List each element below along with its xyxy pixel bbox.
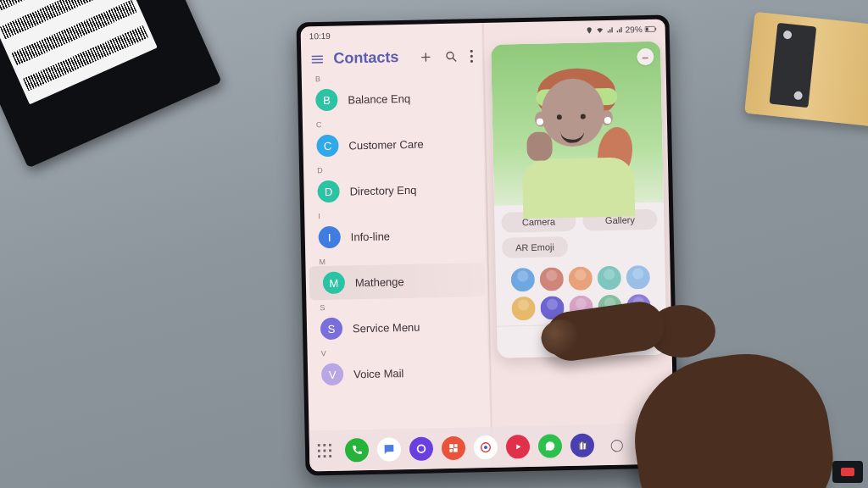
contact-name: Balance Enq bbox=[348, 92, 410, 106]
contact-row[interactable]: CCustomer Care bbox=[303, 125, 486, 163]
avatar-option[interactable] bbox=[626, 294, 651, 319]
location-icon bbox=[586, 26, 593, 34]
news-app-icon[interactable] bbox=[442, 436, 466, 461]
contact-avatar: C bbox=[316, 135, 339, 158]
avatar-option[interactable] bbox=[569, 295, 593, 319]
avatar-option[interactable] bbox=[511, 297, 536, 321]
contact-name: Service Menu bbox=[353, 320, 420, 335]
svg-point-6 bbox=[470, 59, 473, 62]
app-drawer-icon[interactable] bbox=[316, 442, 333, 459]
contact-avatar: M bbox=[323, 272, 346, 295]
contact-name: Info-line bbox=[351, 230, 391, 243]
whatsapp-app-icon[interactable] bbox=[538, 434, 563, 458]
contact-name: Mathenge bbox=[355, 275, 404, 289]
more-icon[interactable] bbox=[470, 49, 473, 63]
svg-point-5 bbox=[470, 54, 473, 57]
product-box-label bbox=[0, 0, 158, 104]
settings-app-icon[interactable] bbox=[474, 435, 498, 460]
avatar-option-grid bbox=[502, 260, 659, 323]
remove-photo-button[interactable]: – bbox=[637, 48, 654, 65]
avatar-option[interactable] bbox=[540, 296, 565, 320]
cancel-button[interactable]: Cancel bbox=[497, 323, 667, 358]
contact-avatar: V bbox=[321, 363, 344, 386]
phone-app-icon[interactable] bbox=[345, 438, 370, 463]
contact-name: Directory Enq bbox=[349, 183, 416, 197]
avatar-option[interactable] bbox=[569, 266, 593, 291]
contact-avatar: D bbox=[317, 180, 340, 203]
home-nav-icon[interactable]: ◯ bbox=[610, 438, 624, 452]
signal-icon bbox=[616, 25, 623, 33]
signal-icon bbox=[607, 25, 614, 33]
channel-badge bbox=[832, 461, 863, 483]
search-icon[interactable] bbox=[444, 49, 458, 63]
battery-percent: 29% bbox=[626, 25, 643, 34]
avatar-option[interactable] bbox=[511, 268, 536, 292]
menu-icon[interactable] bbox=[309, 51, 325, 66]
device-screen: 10:19 29% bbox=[301, 19, 675, 472]
contact-avatar: S bbox=[320, 318, 343, 341]
avatar-option[interactable] bbox=[598, 266, 622, 291]
back-nav-icon[interactable]: 〈 bbox=[646, 436, 658, 452]
contact-row[interactable]: BBalance Enq bbox=[302, 80, 485, 117]
device-frame: 10:19 29% bbox=[296, 14, 678, 475]
wooden-clamp bbox=[744, 12, 868, 127]
battery-icon bbox=[645, 25, 657, 32]
contact-name: Customer Care bbox=[348, 137, 423, 152]
contact-row[interactable]: DDirectory Enq bbox=[303, 171, 487, 208]
contacts-header: Contacts bbox=[301, 42, 484, 71]
contacts-pane: Contacts BBBalance EnqCCCustomer Care bbox=[301, 42, 491, 430]
contact-photo-preview: – bbox=[491, 42, 664, 206]
ar-emoji-chip[interactable]: AR Emoji bbox=[502, 236, 568, 258]
barcode-icon bbox=[23, 25, 148, 92]
contacts-title: Contacts bbox=[333, 48, 414, 68]
contacts-list[interactable]: BBBalance EnqCCCustomer CareDDDirectory … bbox=[302, 68, 491, 391]
contact-avatar: B bbox=[315, 89, 338, 112]
svg-point-10 bbox=[484, 446, 487, 449]
contact-row[interactable]: SService Menu bbox=[307, 308, 490, 346]
contact-photo-picker: – Camera Gallery bbox=[491, 42, 667, 358]
product-box: Galaxy Z Fold6 bbox=[0, 0, 222, 168]
avatar-option[interactable] bbox=[540, 267, 565, 291]
nav-bar: III ◯ 〈 bbox=[566, 424, 669, 467]
taskbar: III ◯ 〈 bbox=[309, 423, 675, 471]
youtube-app-icon[interactable] bbox=[506, 435, 531, 459]
contact-name: Voice Mail bbox=[353, 367, 404, 380]
svg-rect-1 bbox=[646, 27, 648, 30]
avatar-option[interactable] bbox=[598, 295, 622, 319]
contact-avatar: I bbox=[318, 226, 341, 249]
avatar-option[interactable] bbox=[626, 265, 651, 290]
contact-row[interactable]: MMathenge bbox=[309, 263, 485, 300]
photo-scene: Galaxy Z Fold6 10:19 29% bbox=[0, 0, 868, 488]
contact-row[interactable]: IInfo-line bbox=[304, 217, 487, 254]
status-indicators: 29% bbox=[586, 24, 657, 35]
status-time: 10:19 bbox=[309, 30, 331, 41]
messages-app-icon[interactable] bbox=[377, 437, 402, 462]
recents-nav-icon[interactable]: III bbox=[578, 439, 588, 452]
wifi-icon bbox=[596, 26, 604, 34]
svg-rect-2 bbox=[655, 27, 656, 30]
add-contact-icon[interactable] bbox=[419, 50, 432, 64]
svg-point-4 bbox=[470, 49, 473, 52]
svg-point-3 bbox=[447, 52, 453, 58]
contact-row[interactable]: VVoice Mail bbox=[308, 354, 491, 391]
browser-app-icon[interactable] bbox=[409, 436, 434, 461]
